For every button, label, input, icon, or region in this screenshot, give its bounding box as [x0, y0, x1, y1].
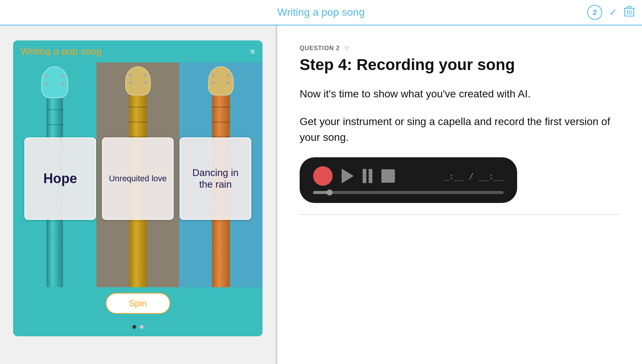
dot-inactive	[140, 325, 144, 329]
time-display: _:__ / __:__	[444, 172, 504, 181]
hamburger-icon[interactable]: ≡	[250, 47, 255, 57]
song-card-unrequited[interactable]: Unrequited love	[102, 137, 174, 220]
record-button[interactable]	[313, 166, 333, 186]
progress-bar[interactable]	[313, 191, 504, 194]
bottom-divider	[300, 214, 620, 215]
question-body-2: Get your instrument or sing a capella an…	[300, 114, 620, 145]
header-actions: 2 ✓	[587, 5, 634, 20]
header: Writing a pop song 2 ✓	[0, 0, 642, 25]
stop-button[interactable]	[381, 169, 395, 183]
song-card-hope[interactable]: Hope	[24, 137, 96, 220]
question-label: QUESTION 2 ☆	[300, 44, 620, 52]
question-body-1: Now it's time to show what you've create…	[300, 86, 620, 102]
check-icon[interactable]: ✓	[609, 7, 617, 18]
question-heading: Step 4: Recording your song	[300, 55, 620, 74]
audio-recorder: _:__ / __:__	[300, 157, 517, 203]
pause-bar-left	[363, 169, 366, 183]
progress-thumb[interactable]	[327, 189, 333, 195]
song-card-hope-label: Hope	[44, 170, 77, 186]
app-frame-title: Writing a pop song	[21, 46, 102, 57]
right-panel: QUESTION 2 ☆ Step 4: Recording your song…	[277, 25, 642, 364]
song-card-dancing-label: Dancing in the rain	[185, 167, 246, 190]
pause-button[interactable]	[363, 169, 372, 183]
question-number: QUESTION 2	[300, 45, 340, 52]
play-button[interactable]	[342, 169, 354, 183]
dots-indicator	[132, 325, 144, 329]
dot-active	[132, 325, 136, 329]
progress-fill	[313, 191, 328, 194]
question-badge[interactable]: 2	[587, 5, 602, 20]
pause-bar-right	[369, 169, 372, 183]
song-card-dancing[interactable]: Dancing in the rain	[180, 137, 251, 220]
song-card-unrequited-label: Unrequited love	[109, 174, 166, 183]
recorder-controls: _:__ / __:__	[313, 166, 504, 186]
main-layout: Writing a pop song ≡	[0, 25, 642, 364]
app-frame: Writing a pop song ≡	[13, 40, 262, 336]
spin-button[interactable]: Spin	[105, 293, 170, 314]
left-panel: Writing a pop song ≡	[0, 25, 276, 364]
spin-area: Spin	[105, 293, 170, 314]
page-title: Writing a pop song	[278, 6, 365, 18]
trash-icon[interactable]	[624, 6, 634, 19]
cards-row: Hope Unrequited love Dancing in the rain	[13, 137, 262, 220]
guitar-area: Hope Unrequited love Dancing in the rain	[13, 63, 262, 287]
star-icon[interactable]: ☆	[344, 44, 350, 52]
app-header-bar: Writing a pop song ≡	[13, 40, 262, 63]
